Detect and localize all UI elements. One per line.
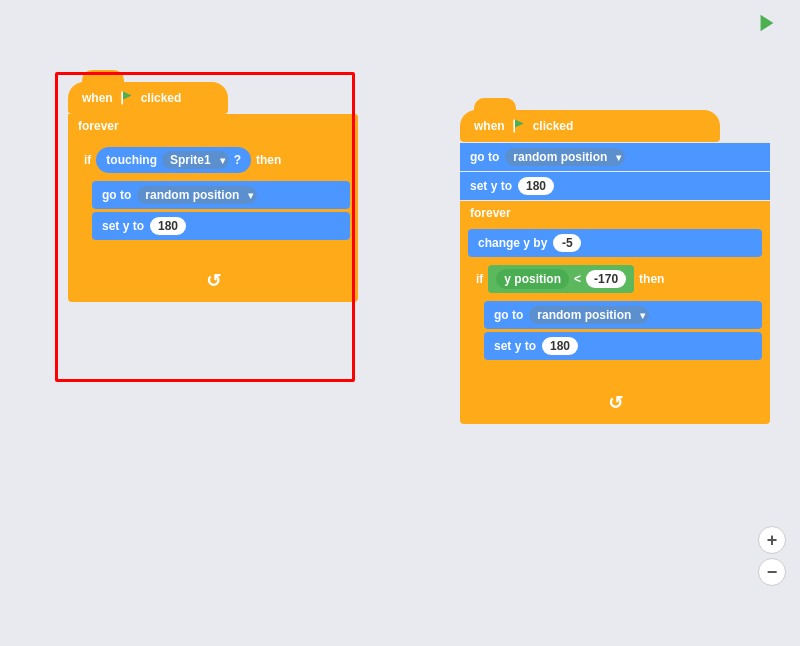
right-change-value[interactable]: -5 [553, 234, 581, 252]
svg-marker-2 [123, 92, 132, 100]
zoom-out-button[interactable]: − [758, 558, 786, 586]
right-forever-block[interactable]: forever change y by -5 if y position [460, 201, 770, 424]
svg-marker-4 [515, 120, 524, 128]
left-repeat-arrow: ↺ [206, 271, 221, 291]
right-random-position-inner-dropdown[interactable]: random position [529, 306, 649, 324]
right-y-value-bottom[interactable]: 180 [542, 337, 578, 355]
left-random-position-dropdown[interactable]: random position [137, 186, 257, 204]
right-goto-inner-block[interactable]: go to random position [484, 301, 762, 329]
clicked-text: clicked [141, 91, 182, 105]
zoom-in-button[interactable]: + [758, 526, 786, 554]
left-code-stack: when when 🏴 clicked clicked forever if t… [68, 82, 358, 302]
less-than-symbol: < [574, 272, 581, 286]
right-y-value-top[interactable]: 180 [518, 177, 554, 195]
right-sety-inner-block[interactable]: set y to 180 [484, 332, 762, 360]
left-if-block[interactable]: if touching Sprite1 ? then go to [76, 143, 350, 264]
zoom-controls: + − [758, 526, 786, 586]
comparison-block[interactable]: y position < -170 [488, 265, 634, 293]
forever-label-left: forever [78, 119, 119, 133]
question-mark: ? [234, 153, 241, 167]
if-label-left: if [84, 153, 91, 167]
right-sety-label-top: set y to [470, 179, 512, 193]
right-random-position-top-dropdown[interactable]: random position [505, 148, 625, 166]
flag-icon [119, 90, 135, 106]
goto-label-left: go to [102, 188, 131, 202]
right-changey-block[interactable]: change y by -5 [468, 229, 762, 257]
compare-value[interactable]: -170 [586, 270, 626, 288]
forever-label-right: forever [470, 206, 511, 220]
green-flag-button[interactable] [756, 12, 778, 34]
svg-marker-0 [761, 15, 774, 32]
right-repeat-arrow: ↺ [608, 393, 623, 413]
sprite1-dropdown[interactable]: Sprite1 [162, 151, 229, 169]
right-clicked-text: clicked [533, 119, 574, 133]
right-goto-label-inner: go to [494, 308, 523, 322]
touching-block[interactable]: touching Sprite1 ? [96, 147, 251, 173]
then-label-right: then [639, 272, 664, 286]
right-sety-label-inner: set y to [494, 339, 536, 353]
left-when-clicked-block[interactable]: when when 🏴 clicked clicked [68, 82, 228, 114]
if-label-right: if [476, 272, 483, 286]
right-goto-label-top: go to [470, 150, 499, 164]
left-y-value[interactable]: 180 [150, 217, 186, 235]
svg-rect-3 [513, 120, 515, 133]
when-label: when [82, 91, 113, 105]
right-if-block[interactable]: if y position < -170 then [468, 261, 762, 386]
sety-label-left: set y to [102, 219, 144, 233]
right-sety-top-block[interactable]: set y to 180 [460, 172, 770, 200]
left-sety-block[interactable]: set y to 180 [92, 212, 350, 240]
right-goto-top-block[interactable]: go to random position [460, 143, 770, 171]
left-goto-block[interactable]: go to random position [92, 181, 350, 209]
svg-rect-1 [121, 92, 123, 105]
then-label-left: then [256, 153, 281, 167]
right-code-stack: when clicked go to random position set y… [460, 110, 770, 424]
right-when-label: when [474, 119, 505, 133]
right-when-clicked-block[interactable]: when clicked [460, 110, 720, 142]
left-forever-block[interactable]: forever if touching Sprite1 ? then [68, 114, 358, 302]
y-position-oval[interactable]: y position [496, 269, 569, 289]
right-flag-icon [511, 118, 527, 134]
changey-label: change y by [478, 236, 547, 250]
touching-label: touching [106, 153, 157, 167]
